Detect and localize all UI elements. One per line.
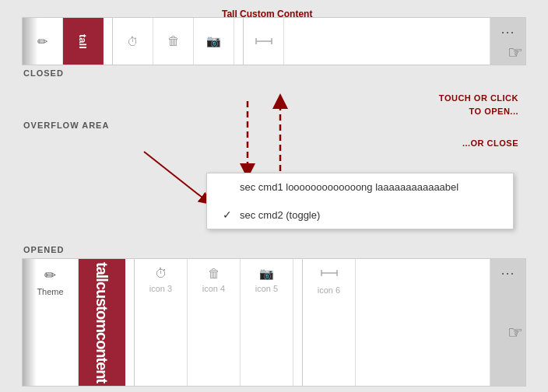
toolbar-left-fade [23, 18, 38, 65]
tall-label-closed: tall [77, 34, 89, 49]
dropdown-item-cmd1[interactable]: sec cmd1 looooooooooooong laaaaaaaaaaaab… [207, 173, 513, 201]
resize-icon [255, 35, 272, 47]
closed-section: Tall Custom Content CLOSED ✏ tall ⏱ 🗑 [0, 0, 548, 89]
closed-label: CLOSED [23, 68, 64, 78]
separator-1-closed [104, 18, 113, 65]
clock-button-closed[interactable]: ⏱ [113, 18, 153, 65]
icon4-symbol: 🗑 [208, 267, 220, 281]
toolbar-closed: ✏ tall ⏱ 🗑 📷 [22, 17, 526, 65]
tall-content-button-closed[interactable]: tall [63, 18, 104, 65]
theme-label: Theme [37, 287, 63, 296]
icon4-button[interactable]: 🗑 icon 4 [188, 259, 241, 386]
separator-1-opened [125, 259, 135, 386]
middle-section: OVERFLOW AREA TOUCH OR CLICKTO OPEN... .… [0, 86, 548, 187]
separator-2-opened [293, 259, 303, 386]
dropdown-item-cmd2[interactable]: ✓ sec cmd2 (toggle) [207, 201, 513, 229]
icon6-button[interactable]: icon 6 [303, 259, 356, 386]
trash-button-closed[interactable]: 🗑 [153, 18, 194, 65]
icon6-symbol [321, 267, 338, 282]
touch-or-click-label: TOUCH OR CLICKTO OPEN... [439, 92, 518, 117]
touch-click-text: TOUCH OR CLICKTO OPEN... [439, 93, 518, 116]
hand-cursor-closed: ☞ [508, 43, 523, 63]
resize-button-closed[interactable] [244, 18, 284, 65]
icon5-symbol: 📷 [259, 267, 274, 281]
icon3-symbol: ⏱ [155, 267, 167, 281]
icon3-label: icon 3 [149, 284, 172, 293]
cmd2-label: sec cmd2 (toggle) [240, 209, 320, 221]
or-close-label: ...OR CLOSE [462, 138, 518, 148]
icon3-button[interactable]: ⏱ icon 3 [135, 259, 188, 386]
tall-content-label-opened: tallcustomcontent [94, 262, 110, 383]
icon5-button[interactable]: 📷 icon 5 [241, 259, 293, 386]
tall-content-button-opened[interactable]: tallcustomcontent [79, 259, 125, 386]
dropdown-menu: sec cmd1 looooooooooooong laaaaaaaaaaaab… [206, 173, 514, 229]
cmd1-label: sec cmd1 looooooooooooong laaaaaaaaaaaab… [240, 181, 458, 193]
toolbar-opened: ✏ Theme tallcustomcontent ⏱ icon 3 🗑 ico… [22, 258, 526, 387]
overflow-area-label: OVERFLOW AREA [23, 121, 109, 130]
more-dots-opened: ··· [501, 265, 515, 282]
main-container: Tall Custom Content CLOSED ✏ tall ⏱ 🗑 [0, 0, 548, 392]
icon5-label: icon 5 [255, 284, 278, 293]
icon4-label: icon 4 [202, 284, 225, 293]
icon6-label: icon 6 [318, 285, 340, 295]
separator-2-closed [234, 18, 244, 65]
opened-label: OPENED [23, 245, 64, 254]
more-dots-closed: ··· [501, 24, 515, 40]
camera-button-closed[interactable]: 📷 [194, 18, 234, 65]
cmd2-checkmark: ✓ [223, 208, 237, 221]
hand-cursor-opened: ☞ [508, 323, 523, 343]
toolbar-opened-left-fade [23, 259, 37, 386]
theme-icon: ✏ [44, 267, 56, 284]
